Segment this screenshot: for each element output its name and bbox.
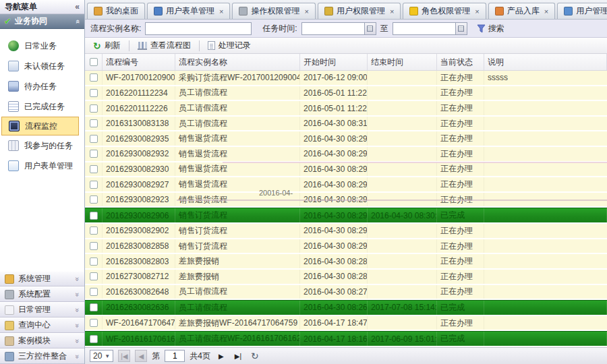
table-row[interactable]: 20162830082858销售订货流程2016-04-30 08:29:00正… [85,239,607,255]
table-row[interactable]: WF-20170012090047采购订货流程WF-20170012090047… [85,71,607,86]
first-page-button[interactable]: |◀ [118,350,130,362]
table-row[interactable]: 20162630082636员工请假流程2016-04-30 08:26:432… [85,300,607,316]
row-checkbox[interactable] [90,150,98,158]
table-row[interactable]: 20162930082902销售订货流程2016-04-30 08:29:03正… [85,224,607,239]
sidebar-item-label: 流程监控 [25,121,57,132]
table-row[interactable]: 20162730082712差旅费报销2016-04-30 08:28:01正在… [85,270,607,285]
table-row[interactable]: 20162201112234员工请假流程2016-05-01 11:22:43正… [85,86,607,102]
sidebar-collapse-icon[interactable]: « [75,2,80,11]
table-row[interactable]: WF-20164717064759差旅费报销WF-201647170647592… [85,316,607,332]
sidebar-section-3[interactable]: 查询中心» [0,317,84,333]
row-checkbox[interactable] [90,335,98,343]
sidebar-section-4[interactable]: 案例模块» [0,333,84,348]
select-all-checkbox[interactable] [90,58,98,66]
sidebar-section-5[interactable]: 三方控件整合» [0,348,84,364]
calendar-icon[interactable] [364,23,376,34]
table-row[interactable]: 20162930082930销售退货流程2016-04-30 08:29:36正… [85,162,607,178]
filter-bar: 流程实例名称: 任务时间: 至 搜索 [85,20,607,38]
time-to-input[interactable] [393,23,455,34]
cell-note [484,162,607,177]
chevron-down-icon: » [74,354,82,358]
row-checkbox[interactable] [90,226,98,235]
completed-tasks-icon [8,101,19,112]
row-checkbox[interactable] [90,272,98,280]
cell-note [484,332,607,346]
sidebar-section-2[interactable]: 日常管理» [0,302,84,317]
chevron-up-icon[interactable]: « [74,19,82,23]
sidebar-item-1[interactable]: 未认领任务 [0,56,84,76]
tab-1[interactable]: 用户表单管理× [147,3,230,19]
reload-icon[interactable]: ↻ [249,350,261,362]
tab-6[interactable]: 用户管理× [557,3,607,19]
cell-end [368,147,437,161]
process-name-input[interactable] [145,22,252,35]
sidebar-item-3[interactable]: 已完成任务 [0,96,84,117]
tab-0[interactable]: 我的桌面 [87,3,145,19]
cell-status: 正在办理 [437,177,484,191]
sidebar-item-5[interactable]: 我参与的任务 [0,135,84,156]
row-checkbox[interactable] [90,257,98,266]
sidebar-item-2[interactable]: 待办任务 [0,76,84,96]
sidebar-item-4[interactable]: 流程监控 [1,117,79,135]
sidebar-section-1[interactable]: 系统配置» [0,286,84,302]
row-checkbox[interactable] [90,195,98,204]
cell-id: 20162830082803 [103,254,175,268]
row-checkbox[interactable] [90,135,98,143]
sidebar-section-business[interactable]: ✔ 业务协同 « [0,14,84,29]
page-size-select[interactable]: 20 ▼ [90,350,113,362]
chevron-down-icon: » [74,323,82,327]
next-page-button[interactable]: ▶ [215,350,227,362]
cell-status: 正在办理 [437,316,484,330]
table-row[interactable]: 20162930082906销售订货流程2016-04-30 08:29:072… [85,208,607,224]
close-icon[interactable]: × [390,7,394,16]
row-checkbox[interactable] [90,89,98,97]
row-checkbox[interactable] [90,212,98,220]
table-row[interactable]: 20162201112226员工请假流程2016-05-01 11:22:31正… [85,101,607,117]
search-button[interactable]: 搜索 [477,23,504,34]
table-row[interactable]: WF-20161617061625员工请假流程WF-20161617061625… [85,331,607,347]
table-row[interactable]: 20163130083138员工请假流程2016-04-30 08:31:44正… [85,117,607,132]
tab-2[interactable]: 操作权限管理× [232,3,315,19]
row-checkbox[interactable] [90,303,98,311]
row-checkbox[interactable] [90,181,98,189]
process-records-button[interactable]: 处理记录 [205,40,254,51]
cell-id: 20162930082932 [103,147,175,161]
cell-id: 20162730082712 [103,270,175,284]
table-row[interactable]: 20162930082932销售退货流程2016-04-30 08:29:33正… [85,147,607,162]
cell-id: 20162930082906 [103,208,175,222]
table-row[interactable]: 20162630082648员工请假流程2016-04-30 08:27:04正… [85,285,607,301]
tab-3[interactable]: 用户权限管理× [318,3,401,19]
time-from-input[interactable] [302,23,364,34]
prev-page-button[interactable]: ◀ [135,350,147,362]
close-icon[interactable]: × [544,7,548,16]
tab-4[interactable]: 角色权限管理× [403,3,486,19]
row-checkbox[interactable] [90,165,98,173]
sidebar-item-0[interactable]: 日常业务 [0,36,84,56]
close-icon[interactable]: × [219,7,223,16]
cell-name: 销售退货流程 [175,177,300,191]
table-row[interactable]: 20162930082935销售退货流程2016-04-30 08:29:36正… [85,131,607,147]
refresh-button[interactable]: ↻ 刷新 [90,40,123,51]
last-page-button[interactable]: ▶| [232,350,244,362]
tab-5[interactable]: 产品入库× [488,3,555,19]
page-number-input[interactable] [165,350,185,362]
row-checkbox[interactable] [90,119,98,127]
row-checkbox[interactable] [90,242,98,250]
cell-start: 2016-04-30 08:29:03 [300,177,368,191]
row-checkbox-cell [85,131,103,146]
row-checkbox[interactable] [90,288,98,296]
table-row[interactable]: 20162830082803差旅费报销2016-04-30 08:28:34正在… [85,254,607,270]
row-checkbox[interactable] [90,73,98,82]
row-checkbox[interactable] [90,104,98,113]
column-header: 流程实例名称 [175,54,300,70]
table-row[interactable]: 20162930082923销售退货流程2016-04-30 08:29:23正… [85,193,607,208]
table-row[interactable]: 20162930082927销售退货流程2016-04-30 08:29:03正… [85,177,607,193]
close-icon[interactable]: × [304,7,308,16]
view-diagram-button[interactable]: 查看流程图 [135,40,194,51]
cell-note [484,101,607,115]
sidebar-item-6[interactable]: 用户表单管理 [0,156,84,176]
calendar-icon[interactable] [455,23,467,34]
row-checkbox[interactable] [90,319,98,327]
sidebar-section-0[interactable]: 系统管理» [0,271,84,286]
close-icon[interactable]: × [475,7,479,16]
